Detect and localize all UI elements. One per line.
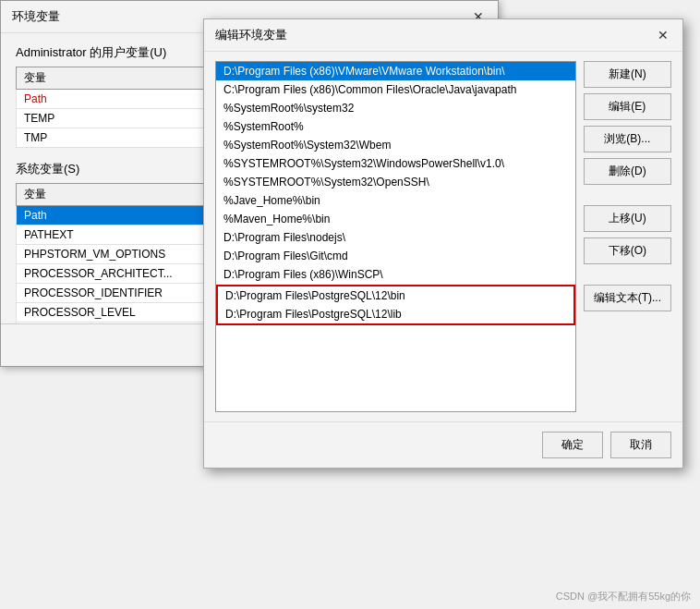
- spacer: [584, 190, 671, 200]
- edit-env-footer: 确定 取消: [204, 421, 682, 468]
- highlighted-paths-group: D:\Program Files\PostgreSQL\12\bin D:\Pr…: [216, 285, 575, 325]
- list-item[interactable]: %SYSTEMROOT%\System32\WindowsPowerShell\…: [216, 154, 575, 173]
- edit-env-title: 编辑环境变量: [215, 27, 287, 43]
- browse-path-button[interactable]: 浏览(B)...: [584, 126, 671, 152]
- list-item[interactable]: %SystemRoot%\System32\Wbem: [216, 136, 575, 154]
- edit-env-body: D:\Program Files (x86)\VMware\VMware Wor…: [204, 52, 682, 421]
- list-item[interactable]: D:\Program Files (x86)\WinSCP\: [216, 265, 575, 284]
- list-item[interactable]: %Maven_Home%\bin: [216, 210, 575, 228]
- path-list[interactable]: D:\Program Files (x86)\VMware\VMware Wor…: [215, 61, 576, 412]
- list-item[interactable]: %SYSTEMROOT%\System32\OpenSSH\: [216, 173, 575, 191]
- list-item[interactable]: D:\Program Files\Git\cmd: [216, 247, 575, 265]
- edit-env-titlebar: 编辑环境变量 ✕: [204, 19, 682, 52]
- edit-env-cancel-button[interactable]: 取消: [610, 432, 671, 458]
- list-item[interactable]: D:\Program Files (x86)\VMware\VMware Wor…: [216, 62, 575, 80]
- edit-env-ok-button[interactable]: 确定: [542, 432, 603, 458]
- list-item[interactable]: D:\Program Files\PostgreSQL\12\bin: [218, 286, 573, 305]
- edit-path-button[interactable]: 编辑(E): [584, 93, 671, 120]
- edit-dialog-action-buttons: 新建(N) 编辑(E) 浏览(B)... 删除(D) 上移(U) 下移(O) 编…: [584, 61, 671, 412]
- edit-env-dialog: 编辑环境变量 ✕ D:\Program Files (x86)\VMware\V…: [203, 18, 683, 469]
- new-path-button[interactable]: 新建(N): [584, 61, 671, 88]
- user-temp-var: TEMP: [17, 109, 235, 128]
- list-item[interactable]: %SystemRoot%: [216, 117, 575, 136]
- list-item[interactable]: %SystemRoot%\system32: [216, 99, 575, 117]
- env-vars-title: 环境变量: [12, 8, 60, 25]
- list-item[interactable]: C:\Program Files (x86)\Common Files\Orac…: [216, 80, 575, 99]
- list-item[interactable]: D:\Program Files\PostgreSQL\12\lib: [218, 305, 573, 323]
- list-item[interactable]: D:\Program Files\nodejs\: [216, 228, 575, 247]
- move-down-button[interactable]: 下移(O): [584, 238, 671, 264]
- list-item[interactable]: %Jave_Home%\bin: [216, 191, 575, 210]
- spacer: [584, 270, 671, 279]
- user-path-var: Path: [17, 90, 235, 109]
- edit-env-close-button[interactable]: ✕: [655, 27, 671, 43]
- edit-text-button[interactable]: 编辑文本(T)...: [584, 285, 671, 311]
- user-table-var-header: 变量: [17, 67, 235, 90]
- watermark: CSDN @我不配拥有55kg的你: [556, 590, 691, 603]
- user-tmp-var: TMP: [17, 128, 235, 148]
- delete-path-button[interactable]: 删除(D): [584, 158, 671, 185]
- move-up-button[interactable]: 上移(U): [584, 205, 671, 232]
